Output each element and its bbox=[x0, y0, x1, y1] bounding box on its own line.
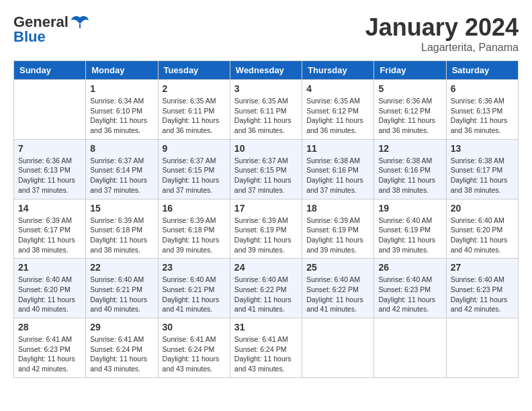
table-row: 25Sunrise: 6:40 AMSunset: 6:22 PMDayligh… bbox=[302, 259, 374, 318]
day-number: 9 bbox=[163, 143, 226, 154]
day-number: 4 bbox=[306, 83, 369, 94]
day-number: 10 bbox=[234, 143, 298, 154]
table-row bbox=[14, 80, 86, 140]
table-row: 5Sunrise: 6:36 AMSunset: 6:12 PMDaylight… bbox=[374, 80, 446, 140]
table-row: 24Sunrise: 6:40 AMSunset: 6:22 PMDayligh… bbox=[230, 259, 302, 318]
table-row: 11Sunrise: 6:38 AMSunset: 6:16 PMDayligh… bbox=[302, 139, 374, 199]
table-row: 21Sunrise: 6:40 AMSunset: 6:20 PMDayligh… bbox=[14, 259, 86, 318]
calendar-header-row: Sunday Monday Tuesday Wednesday Thursday… bbox=[14, 61, 519, 80]
day-info: Sunrise: 6:41 AMSunset: 6:23 PMDaylight:… bbox=[18, 334, 81, 374]
day-number: 3 bbox=[234, 83, 298, 94]
day-number: 17 bbox=[234, 203, 298, 214]
table-row: 28Sunrise: 6:41 AMSunset: 6:23 PMDayligh… bbox=[14, 318, 86, 378]
day-info: Sunrise: 6:38 AMSunset: 6:17 PMDaylight:… bbox=[451, 156, 514, 195]
day-number: 22 bbox=[90, 262, 153, 273]
table-row: 30Sunrise: 6:41 AMSunset: 6:24 PMDayligh… bbox=[158, 318, 230, 378]
day-info: Sunrise: 6:41 AMSunset: 6:24 PMDaylight:… bbox=[90, 334, 153, 374]
day-info: Sunrise: 6:40 AMSunset: 6:20 PMDaylight:… bbox=[18, 275, 81, 314]
day-info: Sunrise: 6:40 AMSunset: 6:20 PMDaylight:… bbox=[451, 216, 514, 255]
logo-bird-icon bbox=[71, 15, 89, 30]
day-number: 13 bbox=[451, 143, 514, 154]
table-row bbox=[374, 318, 446, 378]
day-info: Sunrise: 6:40 AMSunset: 6:21 PMDaylight:… bbox=[163, 275, 226, 314]
table-row: 15Sunrise: 6:39 AMSunset: 6:18 PMDayligh… bbox=[86, 199, 158, 259]
table-row: 31Sunrise: 6:41 AMSunset: 6:24 PMDayligh… bbox=[230, 318, 302, 378]
day-number: 6 bbox=[451, 83, 514, 94]
table-row: 26Sunrise: 6:40 AMSunset: 6:23 PMDayligh… bbox=[374, 259, 446, 318]
day-info: Sunrise: 6:35 AMSunset: 6:11 PMDaylight:… bbox=[163, 96, 226, 136]
table-row: 18Sunrise: 6:39 AMSunset: 6:19 PMDayligh… bbox=[302, 199, 374, 259]
day-info: Sunrise: 6:38 AMSunset: 6:16 PMDaylight:… bbox=[306, 156, 369, 195]
day-number: 23 bbox=[163, 262, 226, 273]
day-info: Sunrise: 6:40 AMSunset: 6:23 PMDaylight:… bbox=[451, 275, 514, 314]
day-number: 18 bbox=[306, 203, 369, 214]
day-info: Sunrise: 6:37 AMSunset: 6:15 PMDaylight:… bbox=[234, 156, 298, 195]
calendar-week-row: 28Sunrise: 6:41 AMSunset: 6:23 PMDayligh… bbox=[14, 318, 519, 378]
day-number: 15 bbox=[90, 203, 153, 214]
table-row: 19Sunrise: 6:40 AMSunset: 6:19 PMDayligh… bbox=[374, 199, 446, 259]
day-number: 12 bbox=[378, 143, 441, 154]
calendar-week-row: 21Sunrise: 6:40 AMSunset: 6:20 PMDayligh… bbox=[14, 259, 519, 318]
table-row: 29Sunrise: 6:41 AMSunset: 6:24 PMDayligh… bbox=[86, 318, 158, 378]
day-number: 24 bbox=[234, 262, 298, 273]
col-monday: Monday bbox=[86, 61, 158, 80]
table-row: 10Sunrise: 6:37 AMSunset: 6:15 PMDayligh… bbox=[230, 139, 302, 199]
day-info: Sunrise: 6:36 AMSunset: 6:13 PMDaylight:… bbox=[451, 96, 514, 136]
calendar-week-row: 1Sunrise: 6:34 AMSunset: 6:10 PMDaylight… bbox=[14, 80, 519, 140]
day-info: Sunrise: 6:35 AMSunset: 6:12 PMDaylight:… bbox=[306, 96, 369, 136]
day-info: Sunrise: 6:40 AMSunset: 6:23 PMDaylight:… bbox=[378, 275, 441, 314]
table-row: 27Sunrise: 6:40 AMSunset: 6:23 PMDayligh… bbox=[446, 259, 518, 318]
table-row: 9Sunrise: 6:37 AMSunset: 6:15 PMDaylight… bbox=[158, 139, 230, 199]
day-info: Sunrise: 6:34 AMSunset: 6:10 PMDaylight:… bbox=[90, 96, 153, 136]
day-info: Sunrise: 6:37 AMSunset: 6:15 PMDaylight:… bbox=[163, 156, 226, 195]
day-number: 8 bbox=[90, 143, 153, 154]
table-row bbox=[446, 318, 518, 378]
day-info: Sunrise: 6:36 AMSunset: 6:13 PMDaylight:… bbox=[18, 156, 81, 195]
table-row: 6Sunrise: 6:36 AMSunset: 6:13 PMDaylight… bbox=[446, 80, 518, 140]
day-info: Sunrise: 6:39 AMSunset: 6:18 PMDaylight:… bbox=[163, 216, 226, 255]
table-row: 16Sunrise: 6:39 AMSunset: 6:18 PMDayligh… bbox=[158, 199, 230, 259]
table-row bbox=[302, 318, 374, 378]
page-header: General Blue January 2024 Lagarterita, P… bbox=[13, 13, 519, 54]
day-number: 30 bbox=[163, 322, 226, 332]
day-number: 11 bbox=[306, 143, 369, 154]
day-number: 1 bbox=[90, 83, 153, 94]
col-friday: Friday bbox=[374, 61, 446, 80]
table-row: 1Sunrise: 6:34 AMSunset: 6:10 PMDaylight… bbox=[86, 80, 158, 140]
logo-blue-text: Blue bbox=[13, 28, 46, 46]
table-row: 23Sunrise: 6:40 AMSunset: 6:21 PMDayligh… bbox=[158, 259, 230, 318]
table-row: 7Sunrise: 6:36 AMSunset: 6:13 PMDaylight… bbox=[14, 139, 86, 199]
day-info: Sunrise: 6:39 AMSunset: 6:19 PMDaylight:… bbox=[306, 216, 369, 255]
day-info: Sunrise: 6:39 AMSunset: 6:17 PMDaylight:… bbox=[18, 216, 81, 255]
table-row: 12Sunrise: 6:38 AMSunset: 6:16 PMDayligh… bbox=[374, 139, 446, 199]
col-tuesday: Tuesday bbox=[158, 61, 230, 80]
table-row: 17Sunrise: 6:39 AMSunset: 6:19 PMDayligh… bbox=[230, 199, 302, 259]
table-row: 20Sunrise: 6:40 AMSunset: 6:20 PMDayligh… bbox=[446, 199, 518, 259]
day-info: Sunrise: 6:40 AMSunset: 6:22 PMDaylight:… bbox=[234, 275, 298, 314]
day-number: 29 bbox=[90, 322, 153, 332]
day-number: 2 bbox=[163, 83, 226, 94]
col-wednesday: Wednesday bbox=[230, 61, 302, 80]
day-number: 28 bbox=[18, 322, 81, 332]
day-info: Sunrise: 6:40 AMSunset: 6:21 PMDaylight:… bbox=[90, 275, 153, 314]
day-number: 7 bbox=[18, 143, 81, 154]
day-info: Sunrise: 6:36 AMSunset: 6:12 PMDaylight:… bbox=[378, 96, 441, 136]
day-info: Sunrise: 6:40 AMSunset: 6:22 PMDaylight:… bbox=[306, 275, 369, 314]
table-row: 8Sunrise: 6:37 AMSunset: 6:14 PMDaylight… bbox=[86, 139, 158, 199]
col-saturday: Saturday bbox=[446, 61, 518, 80]
day-number: 14 bbox=[18, 203, 81, 214]
calendar-week-row: 14Sunrise: 6:39 AMSunset: 6:17 PMDayligh… bbox=[14, 199, 519, 259]
table-row: 2Sunrise: 6:35 AMSunset: 6:11 PMDaylight… bbox=[158, 80, 230, 140]
day-number: 31 bbox=[234, 322, 298, 332]
location: Lagarterita, Panama bbox=[365, 42, 519, 54]
day-info: Sunrise: 6:40 AMSunset: 6:19 PMDaylight:… bbox=[378, 216, 441, 255]
day-number: 26 bbox=[378, 262, 441, 273]
table-row: 14Sunrise: 6:39 AMSunset: 6:17 PMDayligh… bbox=[14, 199, 86, 259]
day-info: Sunrise: 6:39 AMSunset: 6:19 PMDaylight:… bbox=[234, 216, 298, 255]
table-row: 13Sunrise: 6:38 AMSunset: 6:17 PMDayligh… bbox=[446, 139, 518, 199]
day-number: 25 bbox=[306, 262, 369, 273]
day-info: Sunrise: 6:37 AMSunset: 6:14 PMDaylight:… bbox=[90, 156, 153, 195]
table-row: 22Sunrise: 6:40 AMSunset: 6:21 PMDayligh… bbox=[86, 259, 158, 318]
table-row: 4Sunrise: 6:35 AMSunset: 6:12 PMDaylight… bbox=[302, 80, 374, 140]
col-sunday: Sunday bbox=[14, 61, 86, 80]
